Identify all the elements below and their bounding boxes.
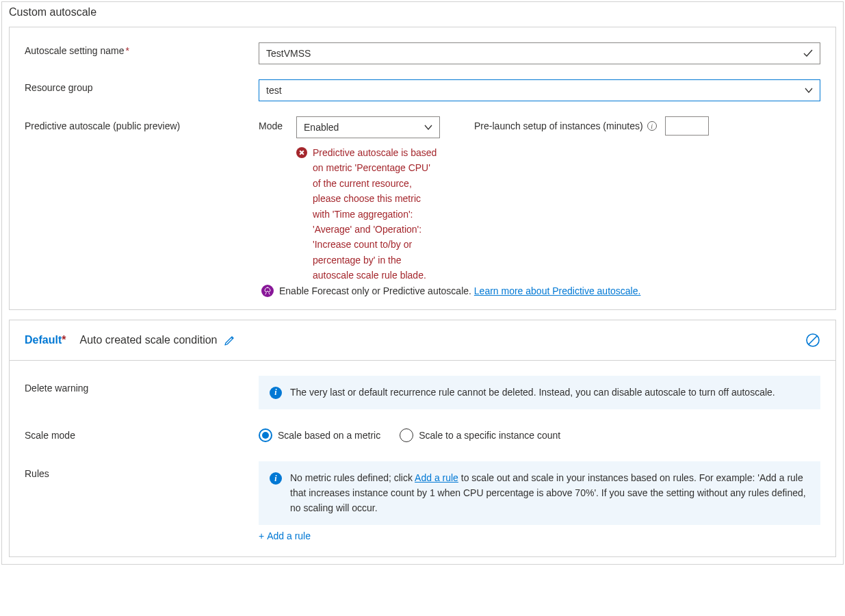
label-autoscale-name: Autoscale setting name* xyxy=(25,42,259,56)
row-resource-group: Resource group xyxy=(25,79,820,101)
mode-select-wrap[interactable] xyxy=(296,116,440,138)
radio-scale-metric-label: Scale based on a metric xyxy=(278,430,380,441)
autoscale-name-input-wrap xyxy=(259,42,820,64)
prelaunch-group: Pre-launch setup of instances (minutes) … xyxy=(474,116,709,136)
predictive-controls: Mode Predictive autoscale is based on me… xyxy=(259,116,820,283)
plus-icon: + xyxy=(259,530,264,541)
radio-icon xyxy=(259,428,272,442)
condition-header: Default* Auto created scale condition xyxy=(10,320,835,361)
info-icon: i xyxy=(270,387,282,399)
add-rule-link[interactable]: + Add a rule xyxy=(259,530,311,541)
delete-warning-text: The very last or default recurrence rule… xyxy=(290,385,775,400)
mode-error-text: Predictive autoscale is based on metric … xyxy=(313,145,440,283)
error-icon xyxy=(296,147,307,158)
row-rules: Rules i No metric rules defined; click A… xyxy=(25,461,820,541)
mode-select[interactable] xyxy=(296,116,440,138)
panel-title: Custom autoscale xyxy=(2,2,843,27)
settings-section: Autoscale setting name* Resource group xyxy=(9,27,836,310)
label-prelaunch: Pre-launch setup of instances (minutes) xyxy=(474,120,643,131)
radio-scale-count[interactable]: Scale to a specific instance count xyxy=(400,428,560,442)
label-delete-warning: Delete warning xyxy=(25,376,259,394)
radio-icon xyxy=(400,428,413,442)
autoscale-name-input[interactable] xyxy=(259,42,820,64)
add-rule-link-label: Add a rule xyxy=(267,530,311,541)
required-star: * xyxy=(126,45,129,56)
row-autoscale-name: Autoscale setting name* xyxy=(25,42,820,64)
resource-group-select-wrap[interactable] xyxy=(259,79,820,101)
radio-scale-count-label: Scale to a specific instance count xyxy=(419,430,560,441)
condition-title: Default* xyxy=(25,334,66,346)
row-predictive: Predictive autoscale (public preview) Mo… xyxy=(25,116,820,283)
rules-info-banner: i No metric rules defined; click Add a r… xyxy=(259,461,820,525)
required-star: * xyxy=(62,334,66,346)
row-delete-warning: Delete warning i The very last or defaul… xyxy=(25,376,820,410)
svg-line-1 xyxy=(809,336,817,344)
forecast-text: Enable Forecast only or Predictive autos… xyxy=(279,285,474,296)
row-scale-mode: Scale mode Scale based on a metric Scale… xyxy=(25,428,820,442)
label-rules: Rules xyxy=(25,461,259,479)
label-mode: Mode xyxy=(259,116,283,131)
add-rule-inline-link[interactable]: Add a rule xyxy=(415,472,458,483)
scale-condition: Default* Auto created scale condition De… xyxy=(9,320,836,558)
condition-body: Delete warning i The very last or defaul… xyxy=(10,361,835,557)
rules-text-before: No metric rules defined; click xyxy=(290,472,415,483)
custom-autoscale-panel: Custom autoscale Autoscale setting name*… xyxy=(1,1,844,565)
forecast-hint: Enable Forecast only or Predictive autos… xyxy=(25,285,820,297)
resource-group-select[interactable] xyxy=(259,79,820,101)
info-icon[interactable]: i xyxy=(647,121,657,131)
rocket-icon xyxy=(261,285,274,297)
forecast-link[interactable]: Learn more about Predictive autoscale. xyxy=(474,285,641,296)
rules-info-text: No metric rules defined; click Add a rul… xyxy=(290,471,809,515)
label-resource-group: Resource group xyxy=(25,79,259,93)
label-predictive: Predictive autoscale (public preview) xyxy=(25,116,259,131)
mode-error-message: Predictive autoscale is based on metric … xyxy=(296,145,440,283)
radio-scale-metric[interactable]: Scale based on a metric xyxy=(259,428,380,442)
condition-title-text: Default xyxy=(25,334,62,346)
condition-subtitle: Auto created scale condition xyxy=(79,334,217,346)
delete-condition-icon[interactable] xyxy=(805,333,820,348)
scale-mode-radio-group: Scale based on a metric Scale to a speci… xyxy=(259,428,820,442)
info-icon: i xyxy=(270,472,282,485)
delete-warning-banner: i The very last or default recurrence ru… xyxy=(259,376,820,410)
pencil-icon[interactable] xyxy=(224,334,236,346)
label-autoscale-name-text: Autoscale setting name xyxy=(25,45,125,56)
label-scale-mode: Scale mode xyxy=(25,430,259,441)
prelaunch-input[interactable] xyxy=(665,116,709,136)
